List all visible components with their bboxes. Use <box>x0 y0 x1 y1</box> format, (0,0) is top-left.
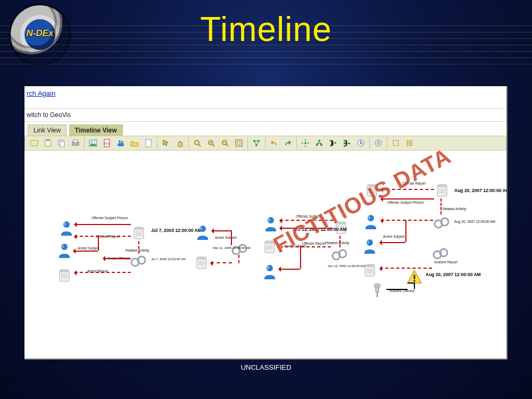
tab-timeline-view[interactable]: Timeline View <box>69 124 123 136</box>
scroll-icon <box>434 182 450 198</box>
scroll-icon <box>131 225 147 241</box>
scroll-icon <box>56 268 72 284</box>
person-icon <box>362 238 378 254</box>
tab-bar: Link View Timeline View <box>24 124 506 136</box>
svg-rect-30 <box>318 140 320 142</box>
date-label: Mar 11, 2005 12:00:00 AM <box>213 246 251 250</box>
cuffs-icon <box>331 246 347 262</box>
slide-title: Timeline <box>0 10 532 49</box>
svg-rect-36 <box>344 140 346 142</box>
svg-rect-43 <box>393 140 398 146</box>
svg-rect-0 <box>30 140 38 146</box>
svg-rect-24 <box>236 140 242 146</box>
redo-icon[interactable] <box>282 137 294 149</box>
layout-icon[interactable] <box>251 137 262 149</box>
svg-point-11 <box>119 140 121 143</box>
person-icon <box>363 213 379 229</box>
zoom-in-icon[interactable] <box>205 137 217 149</box>
svg-rect-34 <box>330 145 331 146</box>
cuffs-icon <box>433 214 449 230</box>
open-icon[interactable] <box>28 137 40 149</box>
zoom-icon[interactable] <box>192 137 203 149</box>
svg-text:PDF: PDF <box>104 142 110 145</box>
pdf-icon[interactable]: PDF <box>101 137 113 149</box>
switch-geovis-link[interactable]: witch to GeoVis <box>24 108 506 122</box>
print-icon[interactable] <box>70 137 81 149</box>
vert-tree-icon[interactable] <box>327 137 339 149</box>
svg-text:?: ? <box>377 141 380 146</box>
svg-rect-33 <box>330 140 331 142</box>
svg-point-15 <box>195 140 199 145</box>
undo-icon[interactable] <box>268 137 280 149</box>
pin-icon <box>369 282 385 298</box>
svg-rect-4 <box>60 142 64 147</box>
scroll-icon <box>362 262 378 278</box>
date-label: Jul 7, 2003 12:00:00 AM <box>151 228 202 233</box>
svg-rect-35 <box>335 142 336 144</box>
tab-link-view[interactable]: Link View <box>28 124 66 136</box>
cuffs-icon <box>130 253 146 269</box>
center-icon[interactable] <box>300 137 311 149</box>
grid-icon[interactable] <box>404 137 415 149</box>
svg-line-20 <box>212 144 214 146</box>
node-label: Related Activity <box>126 248 149 252</box>
date-label: Aug 20, 2007 12:00:00 AM <box>426 272 481 277</box>
image-icon[interactable] <box>87 137 99 149</box>
help-icon[interactable]: ? <box>372 137 384 149</box>
timeline-canvas[interactable]: Offense Subject Person Offense Report Ar… <box>24 151 506 360</box>
node-label: Arrest Subject <box>383 235 405 238</box>
users-icon[interactable] <box>115 137 127 149</box>
paste-icon[interactable] <box>42 137 54 149</box>
zoom-out-icon[interactable] <box>219 137 231 149</box>
seal-text: N-DEx <box>11 28 69 39</box>
svg-point-12 <box>121 141 123 143</box>
node-label: Incident Report <box>434 260 458 264</box>
date-label: Jan 13, 2006 12:00:00 AM <box>328 264 365 268</box>
copy-icon[interactable] <box>56 137 68 149</box>
svg-point-29 <box>304 142 306 144</box>
ndex-seal: N-DEx <box>11 5 69 64</box>
search-again-link[interactable]: rch Again <box>24 86 55 98</box>
svg-rect-31 <box>316 144 318 146</box>
node-label: Related Activity <box>326 241 349 245</box>
node-label: Arrest Subject <box>215 236 237 239</box>
svg-line-16 <box>198 144 201 146</box>
node-label: Offense Subject Person <box>387 201 424 204</box>
svg-point-8 <box>91 142 93 143</box>
svg-line-23 <box>226 144 228 146</box>
svg-point-25 <box>237 142 240 145</box>
zoom-fit-icon[interactable] <box>233 137 245 149</box>
date-label: Jul 7, 2003 12:00:00 AM <box>151 257 186 261</box>
hier-icon[interactable] <box>341 137 353 149</box>
svg-rect-2 <box>46 139 49 141</box>
date-label: Aug 20, 2007 12:00:00 AM <box>454 188 508 193</box>
new-doc-icon[interactable] <box>143 137 154 149</box>
node-label: Offense Subject Person <box>92 216 128 220</box>
date-label: Aug 20, 2007 12:00:00 AM <box>454 220 495 223</box>
pointer-icon[interactable] <box>160 137 172 149</box>
tree-icon[interactable] <box>313 137 325 149</box>
clock-icon[interactable] <box>355 137 367 149</box>
svg-rect-39 <box>348 143 350 144</box>
svg-rect-38 <box>344 145 346 147</box>
svg-rect-37 <box>344 143 346 144</box>
svg-rect-6 <box>73 140 78 143</box>
folder-icon[interactable] <box>129 137 140 149</box>
node-label: Related Activity <box>443 207 466 211</box>
app-panel: rch Again witch to GeoVis Link View Time… <box>24 86 508 360</box>
node-label: Arrest Subject <box>78 246 99 250</box>
cuffs-icon <box>432 245 448 261</box>
hand-icon[interactable] <box>174 137 186 149</box>
box-icon[interactable] <box>390 137 402 149</box>
classification-footer: UNCLASSIFIED <box>0 363 532 371</box>
svg-rect-13 <box>118 143 124 146</box>
svg-rect-32 <box>320 144 322 146</box>
